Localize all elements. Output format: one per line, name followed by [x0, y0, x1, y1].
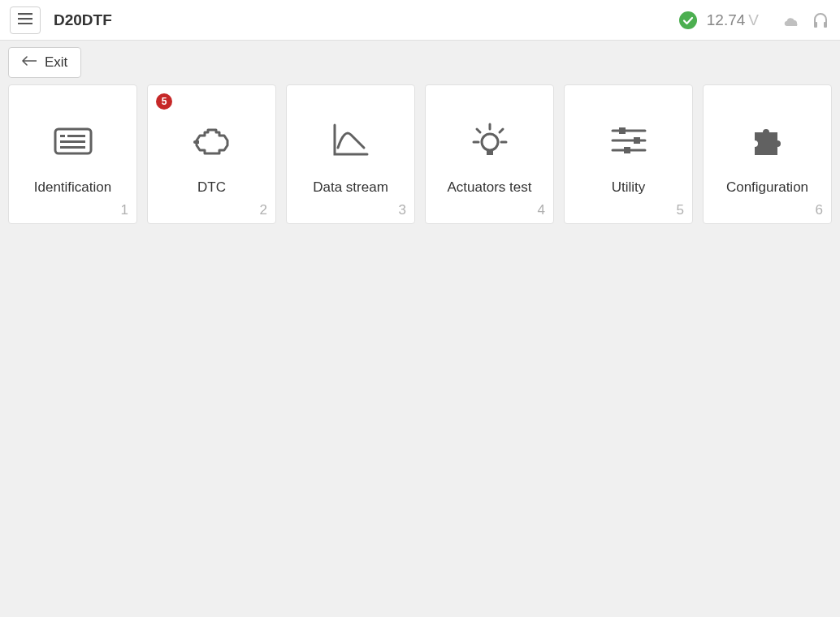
voltage-unit: V	[748, 11, 759, 28]
svg-rect-25	[624, 147, 630, 153]
card-identification[interactable]: Identification 1	[8, 84, 137, 224]
card-label: Utility	[612, 179, 646, 223]
card-label: Actuators test	[448, 179, 532, 223]
card-label: Configuration	[726, 179, 808, 223]
card-data-stream[interactable]: Data stream 3	[286, 84, 415, 224]
svg-rect-9	[60, 140, 85, 143]
svg-point-3	[679, 11, 697, 29]
exit-button[interactable]: Exit	[8, 47, 81, 78]
svg-rect-14	[487, 150, 493, 155]
svg-rect-10	[60, 146, 85, 149]
card-grid: Identification 1 5 DTC 2 Data stream 3	[0, 84, 840, 232]
voltage-display: 12.74V	[707, 11, 759, 29]
card-index: 1	[121, 202, 128, 218]
card-label: Identification	[34, 179, 111, 223]
svg-rect-5	[824, 22, 827, 28]
svg-rect-23	[634, 137, 640, 144]
hamburger-icon	[18, 13, 32, 27]
card-dtc[interactable]: 5 DTC 2	[147, 84, 276, 224]
sliders-icon	[611, 85, 647, 179]
cloud-icon[interactable]	[782, 11, 801, 30]
card-label: DTC	[197, 179, 226, 223]
card-utility[interactable]: Utility 5	[564, 84, 693, 224]
card-index: 2	[260, 202, 267, 218]
headphones-icon[interactable]	[811, 11, 830, 30]
svg-rect-0	[18, 13, 32, 15]
card-index: 5	[677, 202, 684, 218]
card-index: 6	[816, 202, 823, 218]
card-configuration[interactable]: Configuration 6	[703, 84, 832, 224]
card-index: 3	[399, 202, 406, 218]
card-actuators-test[interactable]: Actuators test 4	[425, 84, 554, 224]
status-ok-icon	[679, 11, 697, 29]
toolbar: Exit	[0, 41, 840, 84]
arrow-left-icon	[22, 54, 45, 71]
svg-rect-2	[18, 23, 32, 24]
exit-button-label: Exit	[45, 54, 67, 71]
card-label: Data stream	[313, 179, 388, 223]
puzzle-icon	[748, 85, 787, 179]
svg-rect-4	[814, 22, 817, 28]
card-index: 4	[538, 202, 545, 218]
lightbulb-icon	[470, 85, 509, 179]
engine-icon	[192, 85, 232, 179]
page-title: D20DTF	[54, 11, 112, 29]
graph-icon	[331, 85, 370, 179]
header: D20DTF 12.74V	[0, 0, 840, 41]
svg-line-16	[477, 129, 480, 132]
menu-button[interactable]	[10, 6, 41, 34]
svg-rect-8	[67, 135, 85, 137]
svg-line-17	[500, 129, 503, 132]
svg-rect-21	[619, 127, 626, 134]
identification-icon	[54, 85, 93, 179]
svg-rect-12	[195, 140, 199, 144]
voltage-value: 12.74	[707, 11, 746, 28]
svg-rect-7	[60, 135, 65, 137]
svg-point-13	[482, 134, 498, 150]
svg-rect-1	[18, 18, 32, 19]
card-badge: 5	[156, 93, 172, 110]
